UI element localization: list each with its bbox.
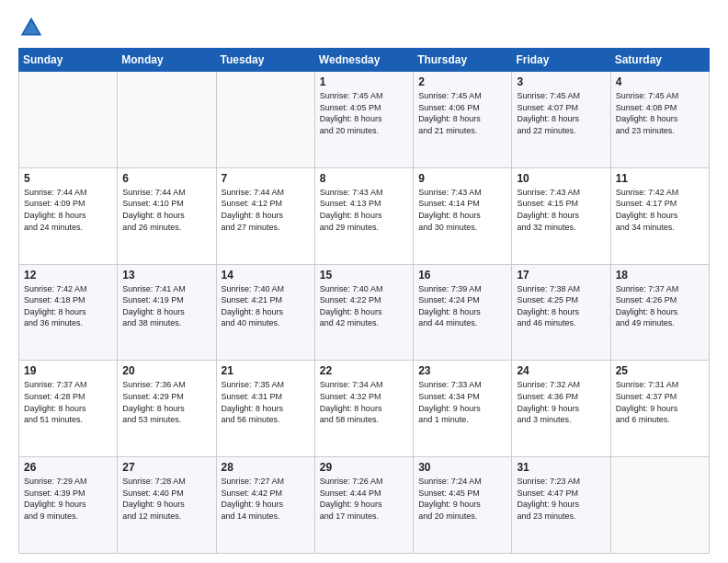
day-info: Sunrise: 7:43 AM Sunset: 4:14 PM Dayligh…: [418, 187, 506, 233]
day-info: Sunrise: 7:45 AM Sunset: 4:08 PM Dayligh…: [616, 90, 704, 136]
day-info: Sunrise: 7:45 AM Sunset: 4:07 PM Dayligh…: [517, 90, 605, 136]
day-cell: 4Sunrise: 7:45 AM Sunset: 4:08 PM Daylig…: [610, 72, 709, 168]
day-number: 8: [320, 172, 408, 185]
day-info: Sunrise: 7:23 AM Sunset: 4:47 PM Dayligh…: [517, 476, 605, 522]
day-cell: 25Sunrise: 7:31 AM Sunset: 4:37 PM Dayli…: [610, 361, 709, 457]
day-cell: [216, 72, 314, 168]
day-number: 12: [24, 269, 112, 282]
day-info: Sunrise: 7:24 AM Sunset: 4:45 PM Dayligh…: [418, 476, 506, 522]
day-info: Sunrise: 7:37 AM Sunset: 4:26 PM Dayligh…: [616, 283, 704, 329]
day-number: 2: [418, 75, 506, 88]
day-cell: 16Sunrise: 7:39 AM Sunset: 4:24 PM Dayli…: [414, 264, 512, 361]
day-number: 10: [517, 172, 605, 185]
day-number: 24: [517, 364, 605, 377]
day-cell: 29Sunrise: 7:26 AM Sunset: 4:44 PM Dayli…: [314, 457, 413, 554]
day-cell: 11Sunrise: 7:42 AM Sunset: 4:17 PM Dayli…: [610, 167, 709, 264]
day-info: Sunrise: 7:29 AM Sunset: 4:39 PM Dayligh…: [24, 476, 112, 522]
day-info: Sunrise: 7:40 AM Sunset: 4:21 PM Dayligh…: [222, 283, 310, 329]
week-row-3: 19Sunrise: 7:37 AM Sunset: 4:28 PM Dayli…: [19, 361, 710, 457]
dow-friday: Friday: [512, 49, 610, 72]
day-info: Sunrise: 7:34 AM Sunset: 4:32 PM Dayligh…: [320, 379, 408, 425]
day-info: Sunrise: 7:39 AM Sunset: 4:24 PM Dayligh…: [418, 283, 506, 329]
day-cell: 22Sunrise: 7:34 AM Sunset: 4:32 PM Dayli…: [314, 361, 413, 457]
day-cell: 27Sunrise: 7:28 AM Sunset: 4:40 PM Dayli…: [118, 457, 216, 554]
day-number: 20: [122, 364, 210, 377]
day-info: Sunrise: 7:42 AM Sunset: 4:18 PM Dayligh…: [24, 283, 112, 329]
day-info: Sunrise: 7:44 AM Sunset: 4:09 PM Dayligh…: [24, 187, 112, 233]
day-number: 21: [222, 364, 310, 377]
day-cell: 9Sunrise: 7:43 AM Sunset: 4:14 PM Daylig…: [414, 167, 512, 264]
calendar-header: SundayMondayTuesdayWednesdayThursdayFrid…: [19, 49, 710, 72]
day-cell: [19, 72, 118, 168]
day-info: Sunrise: 7:44 AM Sunset: 4:10 PM Dayligh…: [122, 187, 210, 233]
day-number: 16: [418, 269, 506, 282]
day-info: Sunrise: 7:45 AM Sunset: 4:05 PM Dayligh…: [320, 90, 408, 136]
day-info: Sunrise: 7:33 AM Sunset: 4:34 PM Dayligh…: [418, 379, 506, 425]
page: SundayMondayTuesdayWednesdayThursdayFrid…: [0, 0, 728, 563]
dow-saturday: Saturday: [610, 49, 709, 72]
day-number: 18: [616, 269, 704, 282]
day-number: 7: [222, 172, 310, 185]
day-cell: 19Sunrise: 7:37 AM Sunset: 4:28 PM Dayli…: [19, 361, 118, 457]
day-number: 31: [517, 461, 605, 474]
day-number: 23: [418, 364, 506, 377]
day-info: Sunrise: 7:26 AM Sunset: 4:44 PM Dayligh…: [320, 476, 408, 522]
calendar: SundayMondayTuesdayWednesdayThursdayFrid…: [18, 48, 710, 554]
day-info: Sunrise: 7:27 AM Sunset: 4:42 PM Dayligh…: [222, 476, 310, 522]
dow-monday: Monday: [118, 49, 216, 72]
day-cell: 10Sunrise: 7:43 AM Sunset: 4:15 PM Dayli…: [512, 167, 610, 264]
day-info: Sunrise: 7:41 AM Sunset: 4:19 PM Dayligh…: [122, 283, 210, 329]
day-cell: 24Sunrise: 7:32 AM Sunset: 4:36 PM Dayli…: [512, 361, 610, 457]
day-cell: 26Sunrise: 7:29 AM Sunset: 4:39 PM Dayli…: [19, 457, 118, 554]
day-info: Sunrise: 7:32 AM Sunset: 4:36 PM Dayligh…: [517, 379, 605, 425]
day-number: 14: [222, 269, 310, 282]
logo-icon: [18, 15, 44, 40]
day-info: Sunrise: 7:31 AM Sunset: 4:37 PM Dayligh…: [616, 379, 704, 425]
day-number: 15: [320, 269, 408, 282]
day-number: 11: [616, 172, 704, 185]
day-number: 29: [320, 461, 408, 474]
week-row-4: 26Sunrise: 7:29 AM Sunset: 4:39 PM Dayli…: [19, 457, 710, 554]
day-cell: 13Sunrise: 7:41 AM Sunset: 4:19 PM Dayli…: [118, 264, 216, 361]
day-info: Sunrise: 7:44 AM Sunset: 4:12 PM Dayligh…: [222, 187, 310, 233]
day-number: 27: [122, 461, 210, 474]
day-info: Sunrise: 7:40 AM Sunset: 4:22 PM Dayligh…: [320, 283, 408, 329]
dow-sunday: Sunday: [19, 49, 118, 72]
day-cell: 12Sunrise: 7:42 AM Sunset: 4:18 PM Dayli…: [19, 264, 118, 361]
day-cell: 5Sunrise: 7:44 AM Sunset: 4:09 PM Daylig…: [19, 167, 118, 264]
day-cell: [118, 72, 216, 168]
day-info: Sunrise: 7:43 AM Sunset: 4:13 PM Dayligh…: [320, 187, 408, 233]
days-of-week-row: SundayMondayTuesdayWednesdayThursdayFrid…: [19, 49, 710, 72]
day-cell: 21Sunrise: 7:35 AM Sunset: 4:31 PM Dayli…: [216, 361, 314, 457]
day-cell: 8Sunrise: 7:43 AM Sunset: 4:13 PM Daylig…: [314, 167, 413, 264]
day-cell: 2Sunrise: 7:45 AM Sunset: 4:06 PM Daylig…: [414, 72, 512, 168]
day-info: Sunrise: 7:35 AM Sunset: 4:31 PM Dayligh…: [222, 379, 310, 425]
day-cell: 6Sunrise: 7:44 AM Sunset: 4:10 PM Daylig…: [118, 167, 216, 264]
day-cell: 15Sunrise: 7:40 AM Sunset: 4:22 PM Dayli…: [314, 264, 413, 361]
day-number: 3: [517, 75, 605, 88]
day-cell: 7Sunrise: 7:44 AM Sunset: 4:12 PM Daylig…: [216, 167, 314, 264]
calendar-body: 1Sunrise: 7:45 AM Sunset: 4:05 PM Daylig…: [19, 72, 710, 554]
day-info: Sunrise: 7:38 AM Sunset: 4:25 PM Dayligh…: [517, 283, 605, 329]
day-info: Sunrise: 7:36 AM Sunset: 4:29 PM Dayligh…: [122, 379, 210, 425]
day-cell: 1Sunrise: 7:45 AM Sunset: 4:05 PM Daylig…: [314, 72, 413, 168]
day-number: 6: [122, 172, 210, 185]
day-number: 30: [418, 461, 506, 474]
day-number: 17: [517, 269, 605, 282]
header: [18, 15, 710, 40]
day-cell: [610, 457, 709, 554]
day-number: 13: [122, 269, 210, 282]
day-info: Sunrise: 7:28 AM Sunset: 4:40 PM Dayligh…: [122, 476, 210, 522]
dow-thursday: Thursday: [414, 49, 512, 72]
day-number: 25: [616, 364, 704, 377]
day-number: 4: [616, 75, 704, 88]
day-number: 28: [222, 461, 310, 474]
day-number: 22: [320, 364, 408, 377]
day-info: Sunrise: 7:43 AM Sunset: 4:15 PM Dayligh…: [517, 187, 605, 233]
day-cell: 20Sunrise: 7:36 AM Sunset: 4:29 PM Dayli…: [118, 361, 216, 457]
day-cell: 18Sunrise: 7:37 AM Sunset: 4:26 PM Dayli…: [610, 264, 709, 361]
week-row-2: 12Sunrise: 7:42 AM Sunset: 4:18 PM Dayli…: [19, 264, 710, 361]
day-cell: 3Sunrise: 7:45 AM Sunset: 4:07 PM Daylig…: [512, 72, 610, 168]
day-number: 9: [418, 172, 506, 185]
logo: [18, 15, 48, 40]
